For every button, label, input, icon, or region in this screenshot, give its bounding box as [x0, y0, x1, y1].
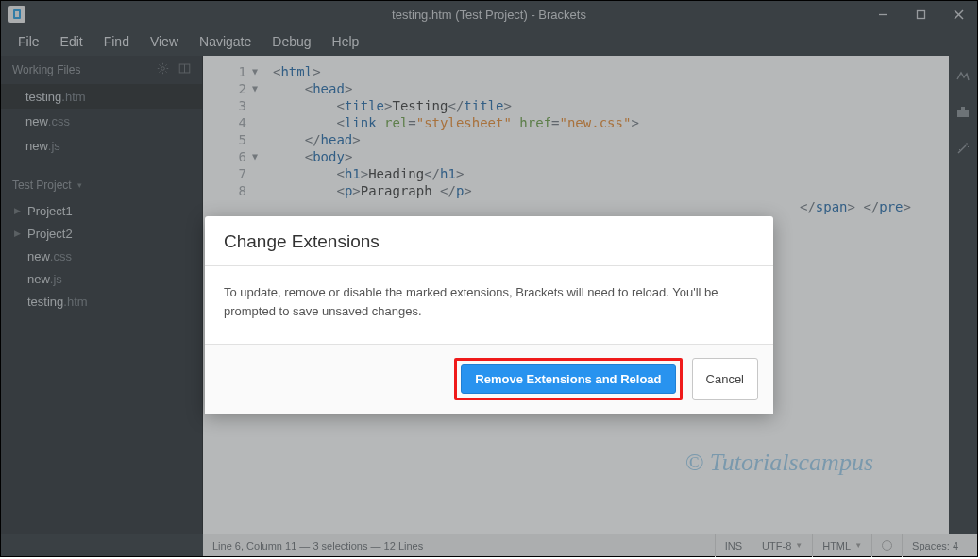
modal-overlay: Change Extensions To update, remove or d…: [1, 1, 977, 556]
tutorial-highlight: Remove Extensions and Reload: [454, 358, 682, 400]
dialog-title: Change Extensions: [205, 216, 773, 266]
cancel-button[interactable]: Cancel: [692, 358, 758, 400]
dialog-footer: Remove Extensions and Reload Cancel: [205, 344, 773, 414]
app-window: testing.htm (Test Project) - Brackets Fi…: [0, 0, 978, 557]
remove-and-reload-button[interactable]: Remove Extensions and Reload: [461, 364, 675, 394]
dialog-body: To update, remove or disable the marked …: [205, 266, 773, 344]
change-extensions-dialog: Change Extensions To update, remove or d…: [205, 216, 773, 414]
